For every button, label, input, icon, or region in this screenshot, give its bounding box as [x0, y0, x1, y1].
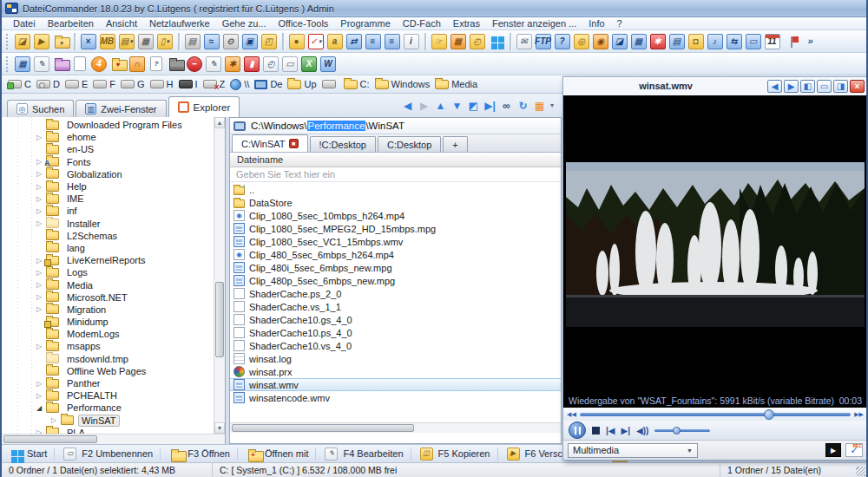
tab-zwei-fenster[interactable]: ▥Zwei-Fenster — [76, 100, 166, 117]
drive-f[interactable]: F — [93, 79, 115, 89]
drive-e[interactable]: E — [65, 79, 88, 89]
music-note-icon[interactable]: ♪ — [707, 34, 723, 49]
gear-red-icon[interactable]: ✱ — [650, 34, 666, 49]
clock-icon[interactable]: ◴ — [470, 34, 485, 49]
save-view-icon[interactable]: ◩ — [466, 98, 481, 113]
tree-item[interactable]: IME — [2, 193, 225, 205]
player-title-bar[interactable]: winsat.wmv ◀▶◧▭◨× — [563, 77, 867, 95]
tree-item[interactable]: Installer — [2, 218, 225, 230]
tree-item[interactable]: lang — [2, 242, 225, 254]
previous-track-button[interactable]: |◀ — [606, 426, 615, 435]
separator[interactable] — [74, 33, 76, 50]
expand-arrow-icon[interactable] — [36, 305, 46, 313]
tree-item[interactable]: ModemLogs — [2, 328, 225, 340]
tree-item[interactable]: Offline Web Pages — [2, 365, 225, 377]
tree-item[interactable]: inf — [2, 205, 225, 217]
goto-c[interactable]: C: — [344, 79, 370, 89]
seek-thumb[interactable] — [764, 409, 774, 420]
drive-i[interactable]: I — [179, 79, 198, 89]
separator[interactable] — [178, 33, 180, 50]
file-row[interactable]: winsat.wmv — [230, 378, 561, 391]
tree-item[interactable]: Globalization — [2, 168, 225, 180]
start-button[interactable]: Start — [5, 448, 55, 461]
expand-arrow-icon[interactable] — [36, 170, 46, 178]
tree-item[interactable]: PCHEALTH — [2, 389, 225, 402]
notes-edit-icon[interactable]: ✎ — [34, 56, 49, 72]
tiles-4-icon[interactable]: ▦ — [450, 34, 466, 49]
lips-icon[interactable]: ⊖ — [223, 34, 239, 49]
overflow-icon[interactable]: » — [803, 34, 819, 49]
edit-button[interactable]: ✎F4 Bearbeiten — [321, 448, 411, 461]
scrollbar-thumb[interactable] — [232, 424, 414, 432]
scroll-up-arrow[interactable]: ▲ — [214, 117, 225, 128]
file-row[interactable]: DataStore — [230, 196, 561, 209]
separator[interactable] — [322, 80, 339, 88]
size-mb-icon[interactable]: MB — [100, 34, 115, 49]
expand-arrow-icon[interactable] — [36, 392, 46, 400]
tree-vertical-scrollbar[interactable]: ▲ ▼ — [214, 117, 225, 434]
edit-pencil-icon[interactable]: ✎ — [206, 56, 221, 72]
open-with-button[interactable]: +Öffnen mit — [243, 448, 317, 461]
window-frame-icon[interactable]: ▭ — [282, 56, 298, 72]
tree-item[interactable]: Media — [2, 278, 225, 291]
network-browse[interactable]: \\ — [230, 79, 249, 90]
file-row[interactable]: winsatencode.wmv — [230, 391, 561, 404]
tab-suchen[interactable]: ◎Suchen — [7, 100, 74, 117]
tree-item[interactable]: Fonts — [2, 156, 225, 168]
file-row[interactable]: Clip_480i_5sec_6mbps_new.mpg — [230, 261, 561, 274]
drive-c[interactable]: C — [8, 79, 31, 89]
file-row[interactable]: ShaderCache.vs_1_1 — [230, 300, 561, 313]
rec-check-button[interactable]: ✓REC — [845, 443, 863, 457]
back-icon[interactable]: ◀ — [400, 98, 415, 113]
hand-pointer-icon[interactable]: ☞ — [431, 34, 447, 49]
tree-item[interactable]: msdownld.tmp — [2, 353, 225, 365]
tree-item[interactable]: en-US — [2, 143, 225, 155]
menu-item[interactable]: Extras — [447, 18, 486, 29]
trash-icon[interactable]: ▯▾ — [157, 34, 173, 49]
expand-arrow-icon[interactable] — [36, 219, 46, 227]
four-icon[interactable]: 4 — [91, 56, 107, 72]
swap-arrows-icon[interactable]: ⇄ — [346, 34, 362, 49]
tree-item[interactable]: Minidump — [2, 316, 225, 328]
toolbar-grip[interactable] — [6, 34, 10, 49]
file-row[interactable]: ShaderCache10.gs_4_0 — [230, 313, 561, 326]
jump-next-icon[interactable]: ▶ — [34, 34, 49, 49]
book-red-icon[interactable]: ▮ — [244, 56, 260, 72]
expand-arrow-icon[interactable] — [36, 195, 46, 203]
file-row[interactable]: Clip_1080_5sec_10mbps_h264.mp4 — [230, 209, 561, 222]
player-next-icon[interactable]: ▶ — [784, 80, 799, 93]
column-header-dateiname[interactable]: Dateiname — [230, 153, 561, 167]
calendar-11-icon[interactable]: 11 — [765, 34, 780, 49]
rename-button[interactable]: ▭F2 Umbenennen — [60, 448, 161, 461]
scrollbar-thumb[interactable] — [3, 435, 97, 443]
open-button[interactable]: F3 Öffnen — [166, 448, 238, 461]
menu-item[interactable]: Programme — [334, 18, 396, 29]
down-icon[interactable]: ▼ — [450, 98, 464, 113]
expand-arrow-icon[interactable] — [36, 293, 46, 301]
file-row[interactable]: Clip_480p_5sec_6mbps_new.mpg — [230, 274, 561, 287]
expand-arrow-icon[interactable] — [36, 269, 46, 277]
tree-item[interactable]: Microsoft.NET — [2, 291, 225, 304]
viewer-mode-select[interactable]: Multimedia▼ — [568, 443, 698, 458]
tree-item[interactable]: WinSAT — [2, 415, 225, 427]
copy-button[interactable]: ◫F5 Kopieren — [417, 448, 498, 461]
copy-window-icon[interactable]: ◪ — [612, 34, 628, 49]
drive-z[interactable]: Z — [203, 79, 226, 89]
folder-dark-icon[interactable] — [168, 56, 183, 72]
video-area[interactable] — [563, 95, 867, 394]
tree-item[interactable]: Performance — [2, 402, 225, 414]
tree-item[interactable]: msapps — [2, 340, 225, 352]
expand-arrow-icon[interactable] — [36, 404, 46, 412]
file-row[interactable]: Clip_480_5sec_6mbps_h264.mp4 — [230, 248, 561, 261]
tree-item[interactable]: Migration — [2, 304, 225, 316]
player-layout-right-icon[interactable]: ◨ — [833, 80, 848, 93]
network-pcs-icon[interactable]: ▣ — [242, 34, 258, 49]
expand-arrow-icon[interactable] — [36, 207, 46, 215]
scrollbar-thumb[interactable] — [215, 282, 224, 358]
tree-item[interactable]: LiveKernelReports — [2, 254, 225, 266]
dolphin-icon[interactable]: ≈ — [204, 34, 220, 49]
rewind-icon[interactable]: ◀◀ — [567, 411, 576, 418]
scroll-down-arrow[interactable]: ▼ — [214, 422, 225, 434]
excel-icon[interactable]: X — [301, 56, 317, 72]
paste-icon[interactable]: ▤ — [669, 34, 685, 49]
